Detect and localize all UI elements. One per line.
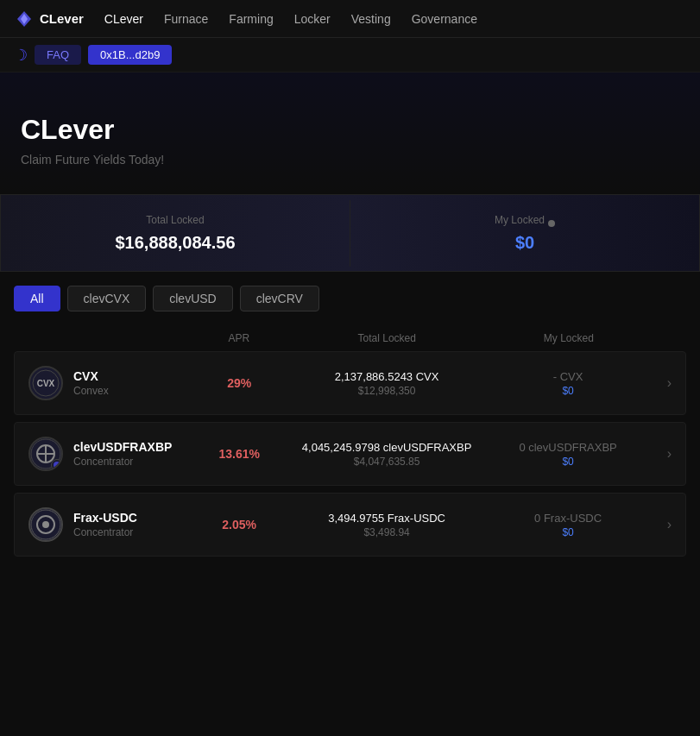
my-locked-value: - CVX $0: [492, 370, 644, 397]
nav-link-furnace[interactable]: Furnace: [164, 12, 208, 26]
my-locked-value: $0: [515, 233, 534, 253]
nav-link-vesting[interactable]: Vesting: [351, 12, 391, 26]
locked-usd: $0: [492, 526, 644, 538]
total-locked-value: 4,045,245.9798 clevUSDFRAXBP $4,047,635.…: [281, 441, 492, 468]
hero-subtitle: Claim Future Yields Today!: [21, 153, 679, 167]
asset-name: CVX: [73, 369, 109, 383]
row-arrow-icon: ›: [644, 375, 672, 391]
my-locked-value: 0 Frax-USDC $0: [492, 512, 644, 538]
svg-text:CVX: CVX: [37, 379, 55, 388]
total-locked-block: Total Locked $16,888,084.56: [1, 200, 350, 267]
stats-panel: Total Locked $16,888,084.56 My Locked $0: [0, 194, 700, 272]
my-locked-block: My Locked $0: [350, 200, 699, 267]
nav-logo[interactable]: CLever: [14, 9, 84, 29]
apr-value: 2.05%: [197, 518, 281, 532]
locked-amount: 0 Frax-USDC: [492, 512, 644, 525]
locked-usd: $0: [492, 385, 644, 397]
faq-button[interactable]: FAQ: [35, 45, 81, 65]
asset-name: Frax-USDC: [73, 511, 137, 525]
asset-info: CVX CVX Convex: [28, 366, 197, 400]
asset-text: clevUSDFRAXBP Concentrator: [73, 440, 172, 468]
asset-sub: Concentrator: [73, 456, 172, 468]
total-locked-value: $16,888,084.56: [115, 233, 235, 253]
asset-text: Frax-USDC Concentrator: [73, 511, 137, 538]
asset-info: Frax-USDC Concentrator: [28, 507, 197, 542]
nav-links: CLever Furnace Farming Locker Vesting Go…: [104, 12, 686, 26]
header-my-locked: My Locked: [493, 332, 645, 344]
filter-tabs: All clevCVX clevUSD clevCRV: [14, 272, 686, 325]
clever-logo-icon: [14, 9, 35, 29]
total-amount: 3,494.9755 Frax-USDC: [281, 512, 492, 525]
table-row[interactable]: Frax-USDC Concentrator 2.05% 3,494.9755 …: [14, 493, 686, 557]
asset-sub: Concentrator: [73, 526, 137, 538]
nav-link-farming[interactable]: Farming: [229, 12, 273, 26]
filter-tab-clevcry[interactable]: clevCRV: [240, 286, 319, 311]
row-arrow-icon: ›: [644, 446, 672, 462]
asset-icon-cvx: CVX: [28, 366, 63, 400]
moon-icon[interactable]: ☽: [14, 46, 28, 65]
total-amount: 4,045,245.9798 clevUSDFRAXBP: [281, 441, 492, 454]
total-usd: $12,998,350: [281, 385, 492, 397]
navbar: CLever CLever Furnace Farming Locker Ves…: [0, 0, 700, 38]
locked-amount: - CVX: [492, 370, 644, 383]
total-locked-value: 3,494.9755 Frax-USDC $3,498.94: [281, 512, 492, 538]
hero-section: CLever Claim Future Yields Today!: [0, 72, 700, 194]
hero-title: CLever: [21, 114, 679, 146]
nav-link-clever[interactable]: CLever: [104, 12, 143, 26]
nav-logo-text: CLever: [40, 11, 84, 26]
locked-usd: $0: [492, 456, 644, 468]
table-row[interactable]: CVX CVX Convex 29% 2,137,886.5243 CVX $1…: [14, 351, 686, 415]
total-usd: $4,047,635.85: [281, 456, 492, 468]
my-locked-dot: [548, 220, 555, 227]
total-locked-value: 2,137,886.5243 CVX $12,998,350: [281, 370, 492, 397]
my-locked-label: My Locked: [495, 214, 545, 226]
asset-icon-frax: [28, 507, 63, 542]
table-header: APR Total Locked My Locked: [14, 325, 686, 351]
asset-icon-clevusd: [28, 437, 63, 471]
apr-value: 29%: [197, 376, 281, 390]
apr-value: 13.61%: [197, 447, 281, 461]
nav-link-governance[interactable]: Governance: [412, 12, 477, 26]
asset-info: clevUSDFRAXBP Concentrator: [28, 437, 197, 471]
main-content: All clevCVX clevUSD clevCRV APR Total Lo…: [0, 272, 700, 557]
svg-point-11: [42, 521, 49, 528]
table-container: CVX CVX Convex 29% 2,137,886.5243 CVX $1…: [14, 351, 686, 557]
my-locked-value: 0 clevUSDFRAXBP $0: [492, 441, 644, 468]
total-amount: 2,137,886.5243 CVX: [281, 370, 492, 383]
asset-text: CVX Convex: [73, 369, 109, 397]
filter-tab-clevusd[interactable]: clevUSD: [153, 286, 232, 311]
wallet-address-button[interactable]: 0x1B...d2b9: [88, 45, 172, 65]
filter-tab-clevcvx[interactable]: clevCVX: [67, 286, 147, 311]
locked-amount: 0 clevUSDFRAXBP: [492, 441, 644, 454]
header-total-locked: Total Locked: [281, 332, 493, 344]
svg-point-8: [54, 462, 60, 469]
nav-link-locker[interactable]: Locker: [294, 12, 331, 26]
filter-tab-all[interactable]: All: [14, 286, 60, 311]
asset-name: clevUSDFRAXBP: [73, 440, 172, 454]
asset-sub: Convex: [73, 385, 109, 397]
subbar: ☽ FAQ 0x1B...d2b9: [0, 38, 700, 72]
table-row[interactable]: clevUSDFRAXBP Concentrator 13.61% 4,045,…: [14, 422, 686, 486]
total-usd: $3,498.94: [281, 526, 492, 538]
row-arrow-icon: ›: [644, 517, 672, 532]
header-apr: APR: [197, 332, 281, 344]
total-locked-label: Total Locked: [146, 214, 204, 226]
